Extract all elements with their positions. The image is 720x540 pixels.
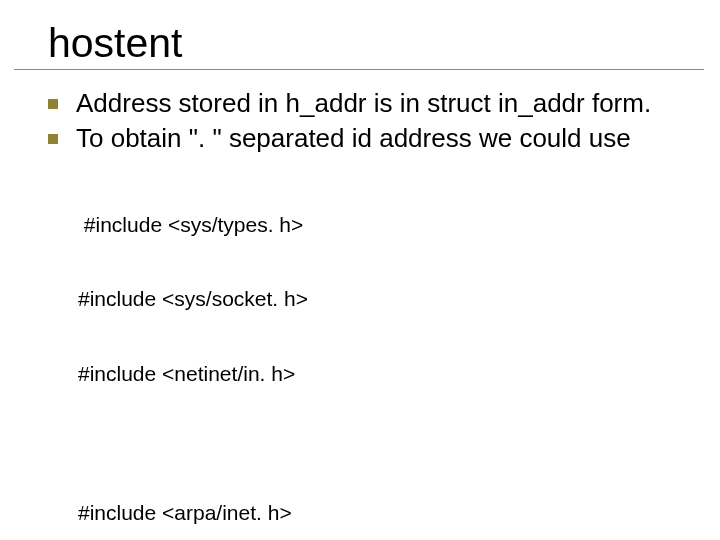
code-line: #include <arpa/inet. h> bbox=[78, 501, 692, 526]
code-line: #include <netinet/in. h> bbox=[78, 362, 692, 387]
bullet-text: Address stored in h_addr is in struct in… bbox=[76, 88, 692, 119]
title-wrap: hostent bbox=[48, 18, 692, 70]
code-line: #include <sys/types. h> bbox=[78, 213, 692, 238]
bullet-item: To obtain ". " separated id address we c… bbox=[48, 123, 692, 154]
slide-title: hostent bbox=[48, 22, 692, 65]
code-line: #include <sys/socket. h> bbox=[78, 287, 692, 312]
bullet-marker-icon bbox=[48, 134, 58, 144]
code-block: #include <arpa/inet. h> bbox=[78, 452, 692, 540]
slide: hostent Address stored in h_addr is in s… bbox=[0, 0, 720, 540]
code-block: #include <sys/types. h> #include <sys/so… bbox=[78, 163, 692, 435]
bullet-marker-icon bbox=[48, 99, 58, 109]
bullet-item: Address stored in h_addr is in struct in… bbox=[48, 88, 692, 119]
bullet-text: To obtain ". " separated id address we c… bbox=[76, 123, 692, 154]
body: Address stored in h_addr is in struct in… bbox=[48, 88, 692, 540]
title-underline bbox=[14, 69, 704, 70]
